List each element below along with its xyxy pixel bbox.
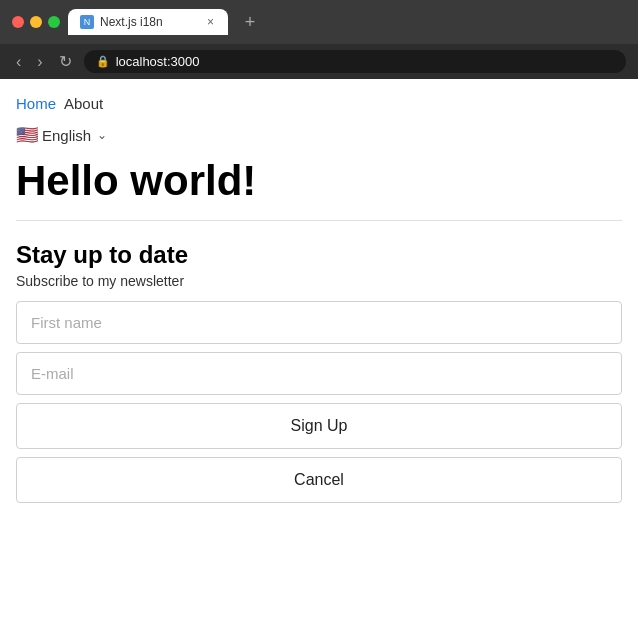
- window-controls: [12, 16, 60, 28]
- maximize-window-button[interactable]: [48, 16, 60, 28]
- refresh-button[interactable]: ↻: [55, 50, 76, 73]
- minimize-window-button[interactable]: [30, 16, 42, 28]
- forward-button[interactable]: ›: [33, 51, 46, 73]
- tab-title: Next.js i18n: [100, 15, 199, 29]
- cancel-button[interactable]: Cancel: [16, 457, 622, 503]
- lock-icon: 🔒: [96, 55, 110, 68]
- chevron-down-icon: ⌄: [97, 128, 107, 142]
- back-button[interactable]: ‹: [12, 51, 25, 73]
- nav-home-link[interactable]: Home: [16, 95, 56, 112]
- main-heading: Hello world!: [16, 158, 622, 204]
- site-nav: Home About: [16, 95, 622, 112]
- email-input[interactable]: [16, 352, 622, 395]
- language-selector[interactable]: 🇺🇸 English ⌄: [16, 124, 622, 146]
- tab-close-button[interactable]: ×: [205, 15, 216, 29]
- address-bar: ‹ › ↻ 🔒 localhost:3000: [0, 44, 638, 79]
- signup-button[interactable]: Sign Up: [16, 403, 622, 449]
- newsletter-section: Stay up to date Subscribe to my newslett…: [16, 241, 622, 503]
- flag-icon: 🇺🇸: [16, 124, 38, 146]
- newsletter-subtitle: Subscribe to my newsletter: [16, 273, 622, 289]
- address-text: localhost:3000: [116, 54, 200, 69]
- new-tab-button[interactable]: +: [236, 8, 264, 36]
- first-name-input[interactable]: [16, 301, 622, 344]
- browser-chrome: N Next.js i18n × + ‹ › ↻ 🔒 localhost:300…: [0, 0, 638, 79]
- tab-favicon: N: [80, 15, 94, 29]
- address-input-wrapper[interactable]: 🔒 localhost:3000: [84, 50, 626, 73]
- title-bar: N Next.js i18n × +: [0, 0, 638, 44]
- language-label: English: [42, 127, 91, 144]
- section-divider: [16, 220, 622, 221]
- browser-tab[interactable]: N Next.js i18n ×: [68, 9, 228, 35]
- nav-about-link[interactable]: About: [64, 95, 103, 112]
- newsletter-heading: Stay up to date: [16, 241, 622, 269]
- close-window-button[interactable]: [12, 16, 24, 28]
- page-content: Home About 🇺🇸 English ⌄ Hello world! Sta…: [0, 79, 638, 519]
